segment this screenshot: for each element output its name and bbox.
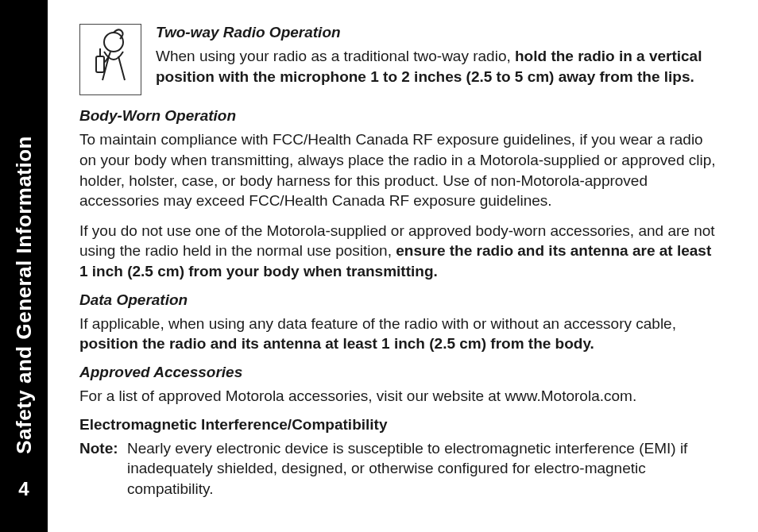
two-way-body: When using your radio as a traditional t… (156, 46, 723, 87)
two-way-text-prefix: When using your radio as a traditional t… (156, 48, 515, 64)
radio-user-illustration (79, 24, 141, 95)
page-number: 4 (18, 478, 29, 500)
page-content: Two-way Radio Operation When using your … (79, 24, 723, 499)
data-op-body: If applicable, when using any data featu… (79, 314, 723, 354)
approved-heading: Approved Accessories (79, 364, 723, 381)
emi-note-row: Note: Nearly every electronic device is … (79, 438, 723, 499)
emi-note-body: Nearly every electronic device is suscep… (127, 438, 723, 499)
svg-point-0 (104, 33, 123, 52)
emi-heading: Electromagnetic Interference/Compatibili… (79, 416, 723, 434)
side-tab: Safety and General Information 4 (0, 0, 48, 532)
two-way-section: Two-way Radio Operation When using your … (79, 24, 723, 96)
side-section-title: Safety and General Information (12, 136, 37, 454)
two-way-text-block: Two-way Radio Operation When using your … (156, 24, 723, 96)
data-op-bold: position the radio and its antenna at le… (79, 335, 594, 352)
note-label: Note: (79, 438, 127, 499)
body-worn-p2: If you do not use one of the Motorola-su… (79, 221, 723, 282)
body-worn-heading: Body-Worn Operation (79, 107, 723, 125)
two-way-heading: Two-way Radio Operation (156, 24, 723, 41)
data-op-prefix: If applicable, when using any data featu… (79, 315, 676, 332)
body-worn-p1: To maintain compliance with FCC/Health C… (79, 129, 723, 211)
approved-body: For a list of approved Motorola accessor… (79, 386, 723, 407)
data-op-heading: Data Operation (79, 291, 723, 309)
svg-rect-1 (96, 56, 104, 72)
